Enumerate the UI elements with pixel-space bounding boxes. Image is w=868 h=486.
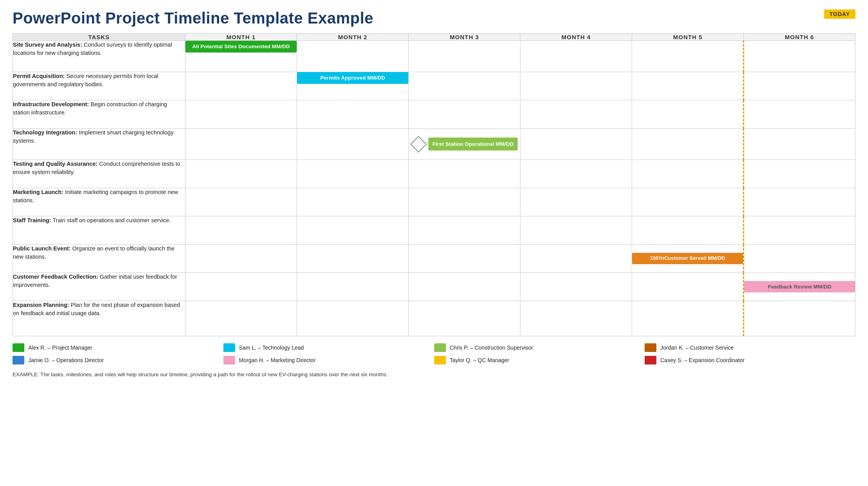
infra-m5	[632, 100, 744, 129]
page-title: PowerPoint Project Timeline Template Exa…	[13, 9, 373, 27]
legend-label-jordan: Jordan K. – Customer Service	[660, 345, 734, 351]
legend-morgan: Morgan H. – Marketing Director	[223, 356, 434, 364]
launch-bar: 100TH Customer Served MM/DD	[632, 253, 743, 264]
marketing-m6	[744, 188, 855, 216]
row-tech: Technology Integration: Implement smart …	[13, 129, 855, 160]
permit-m6	[744, 72, 855, 100]
tech-milestone-bar: First Station Operational MM/DD	[428, 138, 518, 151]
tech-m5	[632, 129, 744, 160]
testing-m5	[632, 160, 744, 188]
expansion-m5	[632, 301, 744, 336]
task-launch: Public Launch Event: Organize an event t…	[13, 245, 185, 273]
marketing-m1	[185, 188, 297, 216]
task-infra: Infrastructure Development: Begin constr…	[13, 100, 185, 129]
feedback-m5	[632, 273, 744, 301]
task-feedback: Customer Feedback Collection: Gather ini…	[13, 273, 185, 301]
legend-chris: Chris P. – Construction Supervisor	[434, 343, 645, 352]
legend-swatch-sam	[223, 343, 235, 352]
infra-m4	[520, 100, 632, 129]
feedback-m3	[409, 273, 520, 301]
legend-label-chris: Chris P. – Construction Supervisor	[450, 345, 533, 351]
launch-m5: 100TH Customer Served MM/DD	[632, 245, 744, 273]
tech-m3: First Station Operational MM/DD	[409, 129, 520, 160]
legend-label-morgan: Morgan H. – Marketing Director	[239, 357, 315, 363]
staff-m4	[520, 216, 632, 245]
month2-header: MONTH 2	[297, 34, 409, 41]
staff-m1	[185, 216, 297, 245]
legend-label-sam: Sam L. – Technology Lead	[239, 345, 304, 351]
legend-swatch-morgan	[223, 356, 235, 364]
row-site-survey: Site Survey and Analysis: Conduct survey…	[13, 41, 855, 72]
site-survey-m3	[409, 41, 520, 72]
feedback-m1	[185, 273, 297, 301]
task-testing: Testing and Quality Assurance: Conduct c…	[13, 160, 185, 188]
expansion-m6	[744, 301, 855, 336]
launch-m1	[185, 245, 297, 273]
infra-m2	[297, 100, 409, 129]
tech-milestone: First Station Operational MM/DD	[411, 132, 518, 156]
feedback-m4	[520, 273, 632, 301]
tech-m1	[185, 129, 297, 160]
feedback-m2	[297, 273, 409, 301]
legend-label-taylor: Taylor Q. – QC Manager	[450, 357, 509, 363]
legend-swatch-taylor	[434, 356, 446, 364]
task-marketing: Marketing Launch: Initiate marketing cam…	[13, 188, 185, 216]
tasks-header: TASKS	[13, 34, 185, 41]
legend-alex: Alex R. – Project Manager	[13, 343, 223, 352]
tech-m2	[297, 129, 409, 160]
legend-section: Alex R. – Project Manager Sam L. – Techn…	[13, 343, 855, 366]
site-survey-m2	[297, 41, 409, 72]
legend-label-alex: Alex R. – Project Manager	[28, 345, 92, 351]
legend-swatch-casey	[645, 356, 656, 364]
row-testing: Testing and Quality Assurance: Conduct c…	[13, 160, 855, 188]
month5-header: MONTH 5	[632, 34, 744, 41]
row-launch: Public Launch Event: Organize an event t…	[13, 245, 855, 273]
launch-m3	[409, 245, 520, 273]
legend-jordan: Jordan K. – Customer Service	[645, 343, 855, 352]
legend-label-jamie: Jamie O. – Operations Director	[28, 357, 104, 363]
header-row: TASKS MONTH 1 MONTH 2 MONTH 3 MONTH 4 MO…	[13, 34, 855, 41]
row-feedback: Customer Feedback Collection: Gather ini…	[13, 273, 855, 301]
month1-header: MONTH 1	[185, 34, 297, 41]
permit-bar: Permits Approved MM/DD	[297, 72, 408, 84]
expansion-m2	[297, 301, 409, 336]
today-badge: TODAY	[824, 9, 855, 19]
testing-m3	[409, 160, 520, 188]
site-survey-m5	[632, 41, 744, 72]
launch-m6	[744, 245, 855, 273]
permit-m3	[409, 72, 520, 100]
task-tech: Technology Integration: Implement smart …	[13, 129, 185, 160]
expansion-m1	[185, 301, 297, 336]
staff-m6	[744, 216, 855, 245]
row-expansion: Expansion Planning: Plan for the next ph…	[13, 301, 855, 336]
month4-header: MONTH 4	[520, 34, 632, 41]
expansion-m4	[520, 301, 632, 336]
site-survey-bar: All Potential Sites Documented MM/DD	[185, 41, 297, 53]
permit-m2: Permits Approved MM/DD	[297, 72, 409, 100]
row-staff: Staff Training: Train staff on operation…	[13, 216, 855, 245]
legend-jamie: Jamie O. – Operations Director	[13, 356, 223, 364]
permit-m1	[185, 72, 297, 100]
legend-row-1: Alex R. – Project Manager Sam L. – Techn…	[13, 343, 855, 352]
feedback-bar: Feedback Review MM/DD	[744, 281, 855, 293]
tech-m6	[744, 129, 855, 160]
task-staff: Staff Training: Train staff on operation…	[13, 216, 185, 245]
legend-row-2: Jamie O. – Operations Director Morgan H.…	[13, 356, 855, 364]
marketing-m3	[409, 188, 520, 216]
marketing-m4	[520, 188, 632, 216]
staff-m2	[297, 216, 409, 245]
testing-m4	[520, 160, 632, 188]
staff-m5	[632, 216, 744, 245]
infra-m1	[185, 100, 297, 129]
row-infra: Infrastructure Development: Begin constr…	[13, 100, 855, 129]
testing-m6	[744, 160, 855, 188]
launch-m2	[297, 245, 409, 273]
month6-header: MONTH 6	[744, 34, 855, 41]
legend-swatch-jamie	[13, 356, 24, 364]
testing-m1	[185, 160, 297, 188]
footer-note: EXAMPLE: The tasks, milestones, and role…	[13, 372, 855, 377]
row-permit: Permit Acquisition: Secure necessary per…	[13, 72, 855, 100]
milestone-diamond	[410, 136, 427, 152]
site-survey-m6	[744, 41, 855, 72]
legend-swatch-chris	[434, 343, 446, 352]
